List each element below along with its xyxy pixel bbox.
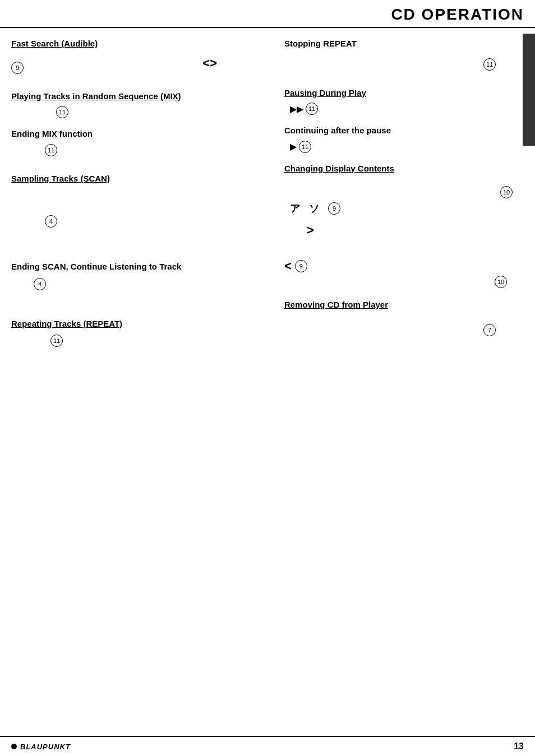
gt-symbol: > (307, 223, 314, 237)
circle-11-mix: 11 (56, 106, 262, 118)
brand-area: BLAUPUNKT (11, 743, 71, 751)
removing-cd-title: Removing CD from Player (284, 299, 524, 310)
pausing-controls: ▶▶ 11 (290, 103, 524, 115)
playing-tracks-title: Playing Tracks in Random Sequence (MIX) (11, 91, 262, 102)
katakana-a-symbol: ア (290, 202, 300, 215)
section-ending-scan: Ending SCAN, Continue Listening to Track… (11, 261, 262, 290)
circle-7-remove: 7 (284, 324, 496, 336)
circle-9-fast-search: 9 (11, 62, 24, 74)
circle-4-scan: 4 (45, 215, 262, 228)
changing-display-title: Changing Display Contents (284, 163, 524, 174)
circle-9-display: 9 (328, 202, 340, 215)
katakana-row: ア ソ 9 (290, 202, 524, 215)
section-removing-cd: Removing CD from Player 7 (284, 299, 524, 336)
right-column: Stopping REPEAT 11 Pausing During Play ▶… (268, 28, 524, 353)
section-changing-display: Changing Display Contents 10 ア ソ 9 > < 9 (284, 163, 524, 289)
section-pausing: Pausing During Play ▶▶ 11 (284, 87, 524, 115)
section-sampling-tracks: Sampling Tracks (SCAN) 4 (11, 173, 262, 228)
circle-10-lt: 10 (284, 276, 507, 288)
lt-symbol: < (284, 259, 292, 273)
left-column: Fast Search (Audible) 9 <> Playing Track… (11, 28, 268, 353)
stopping-repeat-title: Stopping REPEAT (284, 38, 524, 49)
section-continuing: Continuing after the pause ▶ 11 (284, 125, 524, 153)
katakana-so-symbol: ソ (309, 202, 319, 215)
section-fast-search: Fast Search (Audible) 9 <> (11, 38, 262, 74)
ending-mix-title: Ending MIX function (11, 128, 262, 140)
continue-play-symbol: ▶ (290, 141, 297, 152)
fast-search-symbol: <> (202, 56, 217, 70)
circle-11-ending-mix: 11 (45, 144, 262, 156)
fast-search-title: Fast Search (Audible) (11, 38, 262, 49)
continuing-controls: ▶ 11 (290, 141, 524, 153)
footer: BLAUPUNKT 13 (0, 736, 535, 756)
circle-11-pause: 11 (306, 103, 318, 115)
brand-dot (11, 744, 17, 749)
page-number: 13 (514, 741, 524, 752)
page-title: CD OPERATION (391, 6, 524, 24)
sampling-tracks-title: Sampling Tracks (SCAN) (11, 173, 262, 184)
main-content: Fast Search (Audible) 9 <> Playing Track… (0, 28, 535, 353)
circle-11-stopping: 11 (284, 58, 496, 71)
ending-scan-title: Ending SCAN, Continue Listening to Track (11, 261, 262, 272)
lt-circle-row: < 9 (284, 259, 524, 273)
pause-play-symbol: ▶▶ (290, 104, 303, 114)
brand-name: BLAUPUNKT (20, 743, 71, 751)
circle-10-display: 10 (284, 186, 513, 198)
circle-9-lt: 9 (295, 260, 307, 272)
section-repeating-tracks: Repeating Tracks (REPEAT) 11 (11, 318, 262, 347)
section-ending-mix: Ending MIX function 11 (11, 128, 262, 156)
circle-4-ending-scan: 4 (34, 278, 262, 290)
section-stopping-repeat: Stopping REPEAT 11 (284, 38, 524, 71)
circle-11-continue: 11 (299, 141, 311, 153)
continuing-title: Continuing after the pause (284, 125, 524, 136)
sidebar-tab (523, 34, 535, 146)
repeating-tracks-title: Repeating Tracks (REPEAT) (11, 318, 262, 330)
page-header: CD OPERATION (0, 0, 535, 28)
section-playing-tracks: Playing Tracks in Random Sequence (MIX) … (11, 91, 262, 119)
gt-symbol-row: > (307, 223, 524, 238)
circle-11-repeat: 11 (50, 335, 262, 347)
pausing-title: Pausing During Play (284, 87, 524, 99)
